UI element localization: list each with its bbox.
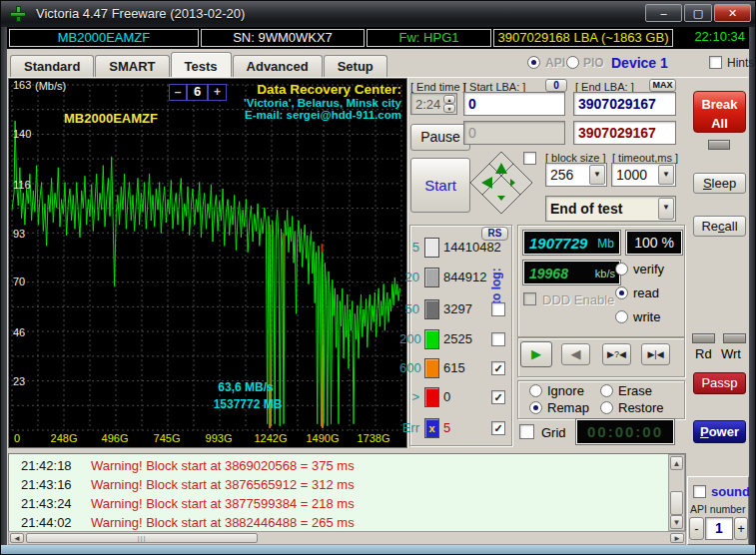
action-ignore-label: Ignore: [547, 383, 584, 398]
log-row[interactable]: 21:43:24Warning! Block start at 38775993…: [9, 496, 685, 515]
bucket-threshold-label: Err: [399, 420, 419, 435]
power-button[interactable]: Power: [693, 420, 746, 443]
sound-checkbox[interactable]: [693, 485, 706, 498]
x-tick-label: 993G: [199, 432, 239, 444]
scroll-right-icon[interactable]: ►: [670, 533, 684, 543]
step-button[interactable]: ▶|◀: [641, 343, 670, 365]
log-row[interactable]: 21:43:16Warning! Block start at 38765659…: [9, 477, 685, 496]
tab-advanced[interactable]: Advanced: [233, 55, 323, 78]
hscroll-thumb[interactable]: |||: [26, 533, 258, 543]
end-time-down-arrow[interactable]: ▼: [443, 104, 455, 113]
bucket-log-checkbox[interactable]: [491, 302, 505, 316]
write-led-label: Wrt: [721, 346, 741, 361]
passp-button[interactable]: Passp: [693, 372, 746, 394]
end-lba-max-button[interactable]: MAX: [649, 79, 676, 92]
bucket-count: 615: [443, 360, 465, 375]
speed-lcd: 19968 kb/s: [523, 261, 620, 284]
bucket-threshold-label: >: [399, 389, 419, 404]
x-tick-label: 1490G: [303, 432, 343, 444]
y-axis-unit: (Mb/s): [35, 80, 66, 92]
y-tick-label: 116: [13, 179, 31, 191]
end-time-up-arrow[interactable]: ▲: [443, 95, 455, 104]
bucket-log-checkbox[interactable]: [491, 361, 505, 375]
tab-setup[interactable]: Setup: [324, 55, 387, 78]
window-frame-bottom: [1, 545, 755, 554]
break-all-button[interactable]: Break All: [693, 91, 746, 133]
api-number-label: API number: [690, 503, 745, 515]
chevron-down-icon[interactable]: [658, 198, 674, 220]
tab-smart[interactable]: SMART: [95, 55, 169, 78]
chevron-down-icon[interactable]: [589, 165, 605, 185]
api-radio[interactable]: [527, 56, 540, 69]
action-remap-radio[interactable]: [529, 401, 542, 414]
lba-done-lcd: 1907729 Mb: [523, 231, 620, 255]
rewind-button[interactable]: ◀: [561, 343, 590, 365]
log-message: Warning! Block start at 3882446488 = 265…: [91, 515, 355, 530]
drive-model: MB2000EAMZF: [9, 29, 199, 47]
end-time-spinner[interactable]: 2:24 ▲ ▼: [410, 93, 457, 115]
hints-label: Hints: [727, 56, 754, 70]
window-frame-right: [749, 27, 755, 545]
bucket-log-checkbox[interactable]: [491, 332, 505, 346]
tab-strip: StandardSMARTTestsAdvancedSetup: [10, 51, 388, 78]
api-minus-button[interactable]: -: [689, 517, 704, 540]
bucket-color-swatch: [424, 299, 439, 319]
scan-button[interactable]: ▶?◀: [602, 343, 631, 365]
tab-tests[interactable]: Tests: [171, 52, 232, 78]
scroll-down-icon[interactable]: ▼: [670, 515, 683, 529]
recall-button[interactable]: Recall: [693, 216, 746, 237]
bucket-color-swatch: [424, 268, 439, 287]
log-vscrollbar[interactable]: ▲ ▼: [668, 454, 685, 531]
pio-label: PIO: [583, 56, 604, 70]
pio-radio[interactable]: [566, 56, 579, 69]
drive-serial: SN: 9WM0WKX7: [201, 29, 365, 47]
mode-read-radio[interactable]: [615, 286, 628, 299]
minimize-button[interactable]: –: [645, 4, 682, 22]
mode-verify-radio[interactable]: [615, 263, 628, 276]
tab-standard[interactable]: Standard: [10, 55, 94, 78]
play-button[interactable]: ▶: [520, 341, 552, 367]
api-number-value: 1: [705, 517, 733, 540]
grid-checkbox[interactable]: [519, 424, 534, 439]
api-label: API: [545, 56, 565, 70]
start-button[interactable]: Start: [410, 158, 470, 213]
bucket-log-checkbox[interactable]: [491, 421, 505, 435]
mode-write-radio[interactable]: [615, 310, 628, 323]
nav-checkbox[interactable]: [523, 152, 536, 165]
chevron-down-icon[interactable]: [658, 165, 674, 185]
scroll-up-icon[interactable]: ▲: [670, 456, 683, 470]
x-tick-label: 1242G: [251, 432, 291, 444]
end-lba-input[interactable]: [573, 92, 676, 116]
end-action-select[interactable]: End of test: [545, 196, 676, 222]
maximize-button[interactable]: ▢: [684, 4, 712, 22]
scroll-left-icon[interactable]: ◄: [10, 533, 24, 543]
close-button[interactable]: ✕: [714, 4, 751, 22]
app-window: Victoria 4.47 Freeware (2013-02-20) – ▢ …: [0, 0, 756, 555]
vscroll-thumb[interactable]: [670, 491, 683, 515]
log-hscrollbar[interactable]: ◄ ||| ►: [8, 531, 686, 545]
log-row[interactable]: 21:42:18Warning! Block start at 38690205…: [9, 458, 685, 477]
pause-button[interactable]: Pause: [410, 124, 470, 151]
start-lba-input[interactable]: [463, 92, 565, 116]
sleep-button[interactable]: Sleep: [693, 173, 746, 194]
bucket-log-checkbox[interactable]: [491, 390, 505, 404]
zoom-in-button[interactable]: +: [208, 84, 227, 101]
start-lba-zero-button[interactable]: 0: [545, 79, 567, 92]
x-tick-label: 1738G: [354, 432, 393, 444]
bucket-count: 844912: [443, 270, 486, 284]
timeout-select[interactable]: 1000: [611, 163, 676, 187]
y-tick-label: 163: [13, 79, 31, 91]
api-plus-button[interactable]: +: [734, 517, 748, 540]
action-erase-radio[interactable]: [600, 384, 613, 397]
rs-button[interactable]: RS: [481, 227, 508, 241]
action-restore-radio[interactable]: [600, 401, 613, 414]
y-tick-label: 46: [13, 326, 25, 338]
bucket-threshold-label: 5: [399, 240, 419, 255]
log-time: 21:44:02: [21, 515, 72, 530]
hints-checkbox[interactable]: [709, 56, 722, 69]
block-size-select[interactable]: 256: [545, 163, 607, 187]
to-log-label: to log:: [489, 247, 503, 304]
action-ignore-radio[interactable]: [529, 384, 542, 397]
zoom-out-button[interactable]: –: [169, 84, 187, 101]
bucket-count: 0: [443, 389, 450, 404]
